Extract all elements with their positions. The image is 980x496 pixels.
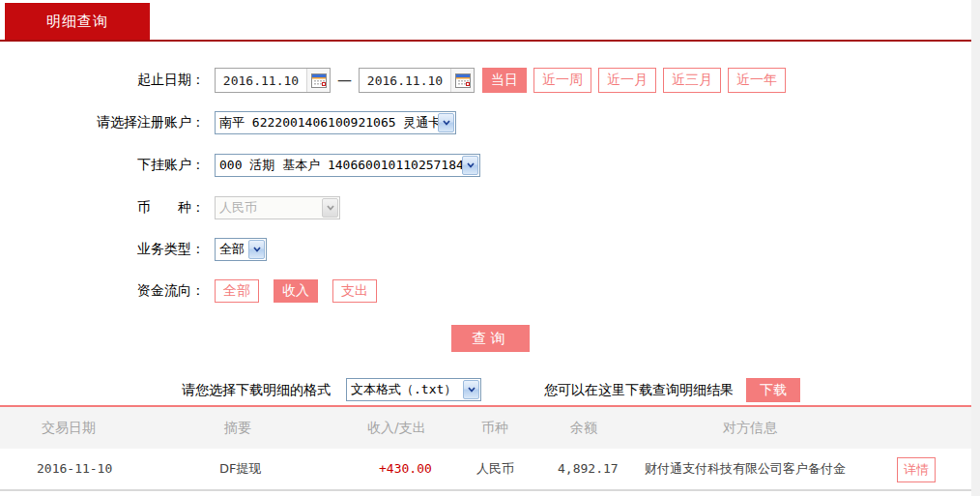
download-format-label: 请您选择下载明细的格式 — [182, 382, 331, 399]
tab-underline — [0, 40, 971, 42]
right-gutter — [971, 0, 980, 496]
detail-button[interactable]: 详情 — [897, 457, 936, 482]
download-row: 请您选择下载明细的格式 文本格式（.txt） 您可以在这里下载查询明细结果 下载 — [0, 378, 971, 403]
header-summary: 摘要 — [224, 407, 251, 449]
dropdown-arrow-icon — [438, 113, 454, 132]
download-hint-text: 您可以在这里下载查询明细结果 — [544, 382, 734, 399]
header-balance: 余额 — [570, 407, 597, 449]
date-range-row: 起止日期： 2016.11.10 — — [0, 68, 793, 93]
detail-query-page: 明细查询 起止日期： 2016.11.10 — [0, 0, 971, 496]
register-account-label: 请选择注册账户： — [0, 114, 205, 131]
cell-balance: 4,892.17 — [558, 449, 619, 489]
tab-label: 明细查询 — [46, 13, 108, 31]
download-button[interactable]: 下载 — [746, 378, 800, 402]
business-type-value: 全部 — [216, 241, 248, 258]
fund-flow-expense-button[interactable]: 支出 — [332, 279, 377, 303]
cell-transaction-date: 2016-11-10 — [37, 449, 112, 489]
fund-flow-label: 资金流向： — [0, 282, 205, 300]
currency-select: 人民币 — [215, 196, 340, 219]
sub-account-label: 下挂账户： — [0, 157, 205, 174]
cell-counterparty: 财付通支付科技有限公司客户备付金 — [645, 449, 846, 489]
start-date-calendar-button[interactable] — [306, 69, 330, 92]
download-format-select[interactable]: 文本格式（.txt） — [346, 378, 481, 401]
quick-range-3months-button[interactable]: 近三月 — [663, 68, 721, 93]
end-date-value: 2016.11.10 — [360, 73, 450, 88]
tab-detail-query[interactable]: 明细查询 — [5, 3, 150, 40]
start-date-value: 2016.11.10 — [216, 73, 306, 88]
currency-label: 币 种： — [0, 199, 205, 217]
query-button[interactable]: 查询 — [451, 325, 530, 352]
fund-flow-row: 资金流向： 全部 收入 支出 — [0, 279, 384, 303]
cell-currency: 人民币 — [476, 449, 514, 489]
sub-account-select[interactable]: 000 活期 基本户 1406600101102571848 — [215, 154, 480, 177]
date-separator: — — [337, 72, 352, 89]
end-date-input[interactable]: 2016.11.10 — [359, 68, 475, 93]
register-account-select[interactable]: 南平 6222001406100921065 灵通卡 — [215, 111, 456, 134]
table-row: 2016-11-10 DF提现 +430.00 人民币 4,892.17 财付通… — [0, 449, 971, 491]
business-type-row: 业务类型： 全部 — [0, 238, 267, 261]
quick-range-year-button[interactable]: 近一年 — [728, 68, 786, 93]
sub-account-row: 下挂账户： 000 活期 基本户 1406600101102571848 — [0, 154, 480, 177]
business-type-select[interactable]: 全部 — [215, 238, 267, 261]
header-income-expense: 收入/支出 — [367, 407, 426, 449]
fund-flow-income-button[interactable]: 收入 — [274, 279, 318, 303]
fund-flow-all-button[interactable]: 全部 — [215, 279, 259, 303]
header-currency: 币种 — [481, 407, 508, 449]
calendar-icon — [311, 73, 327, 88]
date-range-label: 起止日期： — [0, 72, 205, 89]
table-header: 交易日期 摘要 收入/支出 币种 余额 对方信息 — [0, 407, 971, 449]
business-type-label: 业务类型： — [0, 241, 205, 258]
cell-summary: DF提现 — [219, 449, 262, 489]
quick-range-week-button[interactable]: 近一周 — [533, 68, 591, 93]
dropdown-arrow-icon — [462, 156, 478, 175]
calendar-icon — [455, 73, 471, 88]
register-account-row: 请选择注册账户： 南平 6222001406100921065 灵通卡 — [0, 111, 456, 134]
currency-row: 币 种： 人民币 — [0, 196, 340, 219]
register-account-value: 南平 6222001406100921065 灵通卡 — [216, 114, 438, 131]
start-date-input[interactable]: 2016.11.10 — [215, 68, 331, 93]
header-transaction-date: 交易日期 — [42, 407, 96, 449]
cell-amount: +430.00 — [379, 449, 432, 489]
download-format-value: 文本格式（.txt） — [347, 381, 463, 398]
currency-value: 人民币 — [216, 199, 322, 217]
quick-range-month-button[interactable]: 近一月 — [598, 68, 656, 93]
dropdown-arrow-icon — [463, 380, 479, 399]
end-date-calendar-button[interactable] — [450, 69, 474, 92]
header-counterparty: 对方信息 — [723, 407, 777, 449]
quick-range-today-button[interactable]: 当日 — [482, 68, 527, 93]
dropdown-arrow-icon — [248, 240, 265, 259]
dropdown-arrow-icon — [322, 198, 338, 218]
sub-account-value: 000 活期 基本户 1406600101102571848 — [216, 157, 462, 174]
